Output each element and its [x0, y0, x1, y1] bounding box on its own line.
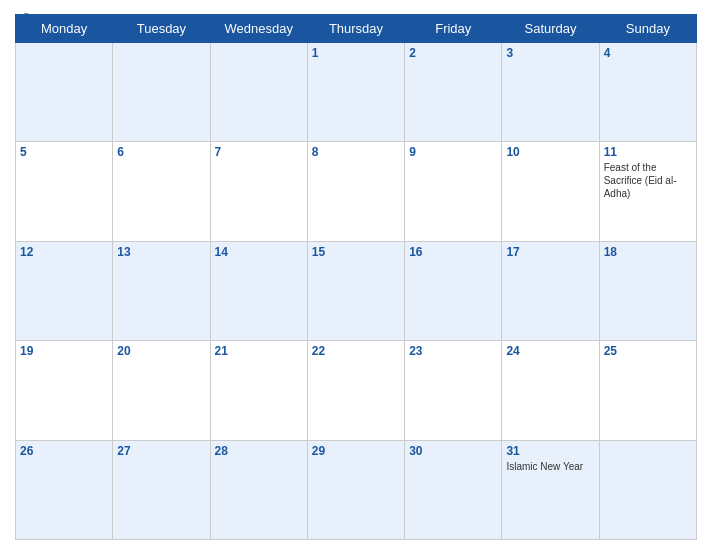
day-number: 23 [409, 344, 497, 358]
calendar-cell: 15 [307, 241, 404, 340]
calendar-cell: 29 [307, 440, 404, 539]
day-number: 3 [506, 46, 594, 60]
weekday-header-wednesday: Wednesday [210, 15, 307, 43]
calendar-cell [113, 43, 210, 142]
day-number: 29 [312, 444, 400, 458]
calendar-cell: 1 [307, 43, 404, 142]
holiday-text: Feast of the Sacrifice (Eid al-Adha) [604, 161, 692, 200]
calendar-cell: 16 [405, 241, 502, 340]
calendar-week-3: 12131415161718 [16, 241, 697, 340]
calendar-cell: 11Feast of the Sacrifice (Eid al-Adha) [599, 142, 696, 241]
weekday-header-saturday: Saturday [502, 15, 599, 43]
day-number: 9 [409, 145, 497, 159]
day-number: 7 [215, 145, 303, 159]
calendar-table: MondayTuesdayWednesdayThursdayFridaySatu… [15, 14, 697, 540]
day-number: 14 [215, 245, 303, 259]
calendar-cell: 14 [210, 241, 307, 340]
day-number: 24 [506, 344, 594, 358]
day-number: 25 [604, 344, 692, 358]
calendar-cell: 22 [307, 341, 404, 440]
day-number: 17 [506, 245, 594, 259]
calendar-cell: 23 [405, 341, 502, 440]
calendar-cell: 13 [113, 241, 210, 340]
day-number: 26 [20, 444, 108, 458]
calendar-cell: 3 [502, 43, 599, 142]
day-number: 13 [117, 245, 205, 259]
calendar-cell: 9 [405, 142, 502, 241]
calendar-cell: 6 [113, 142, 210, 241]
day-number: 16 [409, 245, 497, 259]
day-number: 11 [604, 145, 692, 159]
day-number: 15 [312, 245, 400, 259]
weekday-header-row: MondayTuesdayWednesdayThursdayFridaySatu… [16, 15, 697, 43]
calendar-week-4: 19202122232425 [16, 341, 697, 440]
day-number: 22 [312, 344, 400, 358]
calendar-cell: 24 [502, 341, 599, 440]
calendar-cell: 8 [307, 142, 404, 241]
holiday-text: Islamic New Year [506, 460, 594, 473]
calendar-cell [599, 440, 696, 539]
logo-bird-icon [13, 12, 33, 26]
calendar-cell: 10 [502, 142, 599, 241]
calendar-cell: 19 [16, 341, 113, 440]
calendar-week-5: 262728293031Islamic New Year [16, 440, 697, 539]
calendar-week-1: 1234 [16, 43, 697, 142]
day-number: 30 [409, 444, 497, 458]
calendar-cell: 7 [210, 142, 307, 241]
day-number: 19 [20, 344, 108, 358]
calendar-cell: 18 [599, 241, 696, 340]
calendar-cell: 4 [599, 43, 696, 142]
calendar-cell: 17 [502, 241, 599, 340]
calendar-cell: 2 [405, 43, 502, 142]
calendar-cell: 30 [405, 440, 502, 539]
calendar-cell [16, 43, 113, 142]
weekday-header-friday: Friday [405, 15, 502, 43]
calendar-cell: 27 [113, 440, 210, 539]
day-number: 5 [20, 145, 108, 159]
day-number: 20 [117, 344, 205, 358]
weekday-header-sunday: Sunday [599, 15, 696, 43]
calendar-cell: 28 [210, 440, 307, 539]
weekday-header-thursday: Thursday [307, 15, 404, 43]
day-number: 21 [215, 344, 303, 358]
day-number: 4 [604, 46, 692, 60]
day-number: 8 [312, 145, 400, 159]
day-number: 12 [20, 245, 108, 259]
day-number: 10 [506, 145, 594, 159]
calendar-cell: 21 [210, 341, 307, 440]
day-number: 1 [312, 46, 400, 60]
calendar-cell: 12 [16, 241, 113, 340]
calendar-cell: 20 [113, 341, 210, 440]
calendar-week-2: 567891011Feast of the Sacrifice (Eid al-… [16, 142, 697, 241]
day-number: 2 [409, 46, 497, 60]
calendar-cell: 25 [599, 341, 696, 440]
day-number: 28 [215, 444, 303, 458]
day-number: 31 [506, 444, 594, 458]
calendar-cell: 31Islamic New Year [502, 440, 599, 539]
calendar-cell: 5 [16, 142, 113, 241]
calendar-cell: 26 [16, 440, 113, 539]
calendar-cell [210, 43, 307, 142]
day-number: 27 [117, 444, 205, 458]
day-number: 6 [117, 145, 205, 159]
weekday-header-tuesday: Tuesday [113, 15, 210, 43]
day-number: 18 [604, 245, 692, 259]
